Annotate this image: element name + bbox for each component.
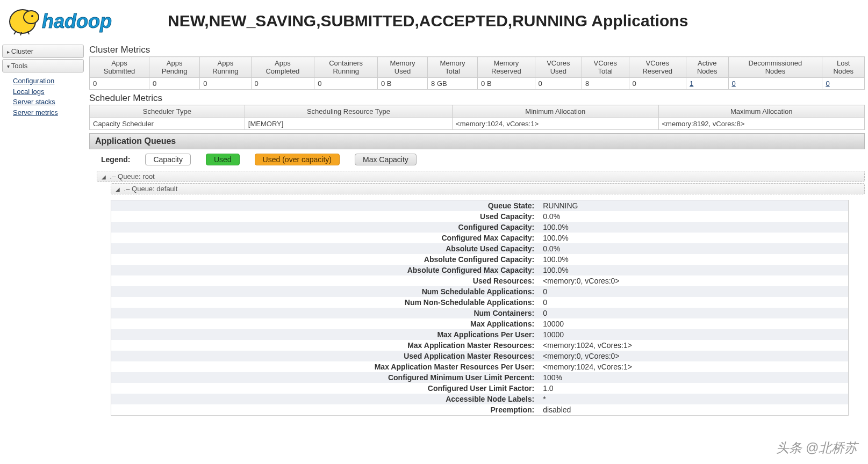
detail-key: Used Application Master Resources: [111, 351, 539, 361]
expand-icon[interactable]: ◢ [116, 186, 121, 192]
legend-capacity: Capacity [145, 154, 190, 165]
nav-link-configuration[interactable]: Configuration [13, 76, 84, 86]
cluster-col-header: MemoryUsed [378, 57, 428, 78]
detail-row: Configured Minimum User Limit Percent:10… [111, 372, 848, 383]
queue-node-label: .– Queue: root [108, 172, 155, 180]
detail-row: Num Non-Schedulable Applications:0 [111, 297, 848, 308]
scheduler-col-header: Maximum Allocation [658, 105, 864, 118]
cluster-cell: 0 [90, 78, 149, 90]
detail-key: Absolute Configured Max Capacity: [111, 265, 539, 276]
detail-row: Configured User Limit Factor:1.0 [111, 383, 848, 394]
cluster-cell: 8 GB [428, 78, 478, 90]
detail-value: <memory:0, vCores:0> [539, 351, 848, 361]
cluster-cell: 0 [200, 78, 251, 90]
nav-link-server-metrics[interactable]: Server metrics [13, 107, 84, 118]
detail-value: 10000 [539, 318, 848, 329]
detail-row: Accessible Node Labels:* [111, 394, 848, 404]
detail-row: Configured Max Capacity:100.0% [111, 233, 848, 243]
queue-details-panel: Queue State:RUNNINGUsed Capacity:0.0%Con… [111, 200, 849, 416]
cluster-cell[interactable]: 1 [686, 78, 728, 90]
detail-key: Used Capacity: [111, 211, 539, 222]
app-queues-header: Application Queues [89, 133, 865, 149]
scheduler-metrics-title: Scheduler Metrics [89, 93, 865, 104]
detail-key: Max Applications Per User: [111, 329, 539, 340]
queue-node-label: .– Queue: default [122, 185, 177, 193]
cluster-col-header: AppsSubmitted [90, 57, 149, 78]
cluster-link[interactable]: 1 [690, 79, 693, 88]
nav-section-tools[interactable]: Tools [2, 59, 84, 73]
detail-value: 0.0% [539, 243, 848, 254]
queue-tree-node[interactable]: ◢ .– Queue: default [111, 183, 865, 194]
legend-used: Used [206, 154, 240, 165]
cluster-col-header: MemoryTotal [428, 57, 478, 78]
detail-key: Queue State: [111, 200, 539, 211]
cluster-cell[interactable]: 0 [822, 78, 865, 90]
nav-section-cluster[interactable]: Cluster [2, 45, 84, 58]
cluster-col-header: AppsCompleted [251, 57, 314, 78]
detail-row: Max Applications Per User:10000 [111, 329, 848, 340]
expand-icon[interactable]: ◢ [102, 174, 107, 180]
queue-tree-node[interactable]: ◢ .– Queue: root [97, 171, 865, 182]
detail-row: Used Capacity:0.0% [111, 211, 848, 222]
detail-row: Num Containers:0 [111, 308, 848, 318]
cluster-cell: 0 [314, 78, 378, 90]
detail-key: Absolute Used Capacity: [111, 243, 539, 254]
legend-row: Legend: Capacity Used Used (over capacit… [89, 149, 865, 170]
detail-row: Max Application Master Resources:<memory… [111, 340, 848, 351]
nav-link-server-stacks[interactable]: Server stacks [13, 97, 84, 107]
cluster-col-header: ContainersRunning [314, 57, 378, 78]
cluster-col-header: VCoresTotal [582, 57, 629, 78]
detail-value: <memory:1024, vCores:1> [539, 361, 848, 372]
cluster-col-header: AppsRunning [200, 57, 251, 78]
detail-value: 100.0% [539, 254, 848, 265]
detail-value: RUNNING [539, 200, 848, 211]
cluster-cell[interactable]: 0 [728, 78, 822, 90]
scheduler-cell: <memory:8192, vCores:8> [658, 118, 864, 130]
cluster-col-header: DecommissionedNodes [728, 57, 822, 78]
detail-value: 100.0% [539, 233, 848, 243]
hadoop-logo: hadoop [6, 4, 152, 37]
cluster-col-header: LostNodes [822, 57, 865, 78]
cluster-link[interactable]: 0 [732, 79, 736, 88]
detail-row: Used Resources:<memory:0, vCores:0> [111, 276, 848, 286]
detail-key: Num Schedulable Applications: [111, 286, 539, 297]
detail-value: 100% [539, 372, 848, 383]
cluster-cell: 0 B [478, 78, 535, 90]
cluster-cell: 0 [535, 78, 582, 90]
detail-value: 10000 [539, 329, 848, 340]
page-title: NEW,NEW_SAVING,SUBMITTED,ACCEPTED,RUNNIN… [168, 12, 688, 30]
cluster-cell: 0 [629, 78, 686, 90]
cluster-cell: 0 B [378, 78, 428, 90]
detail-value: <memory:1024, vCores:1> [539, 340, 848, 351]
detail-row: Absolute Used Capacity:0.0% [111, 243, 848, 254]
legend-title: Legend: [101, 155, 130, 164]
scheduler-cell: <memory:1024, vCores:1> [453, 118, 658, 130]
cluster-metrics-title: Cluster Metrics [89, 45, 865, 55]
legend-max-capacity: Max Capacity [355, 154, 417, 165]
detail-key: Num Non-Schedulable Applications: [111, 297, 539, 308]
cluster-col-header: VCoresUsed [535, 57, 582, 78]
detail-row: Absolute Configured Max Capacity:100.0% [111, 265, 848, 276]
cluster-cell: 8 [582, 78, 629, 90]
queue-tree: ◢ .– Queue: root◢ .– Queue: default [97, 171, 865, 194]
cluster-link[interactable]: 0 [826, 79, 829, 88]
nav-link-local-logs[interactable]: Local logs [13, 86, 84, 97]
detail-row: Num Schedulable Applications:0 [111, 286, 848, 297]
detail-key: Used Resources: [111, 276, 539, 286]
scheduler-metrics-table: Scheduler TypeScheduling Resource TypeMi… [89, 105, 865, 130]
cluster-col-header: VCoresReserved [629, 57, 686, 78]
detail-key: Configured User Limit Factor: [111, 383, 539, 394]
scheduler-col-header: Scheduler Type [90, 105, 245, 118]
detail-key: Configured Capacity: [111, 222, 539, 233]
detail-key: Accessible Node Labels: [111, 394, 539, 404]
svg-point-1 [24, 11, 39, 24]
detail-value: 0.0% [539, 211, 848, 222]
scheduler-col-header: Scheduling Resource Type [245, 105, 452, 118]
detail-row: Absolute Configured Capacity:100.0% [111, 254, 848, 265]
detail-row: Preemption:disabled [111, 404, 848, 415]
detail-row: Max Applications:10000 [111, 318, 848, 329]
detail-value: 100.0% [539, 222, 848, 233]
scheduler-cell: [MEMORY] [245, 118, 452, 130]
legend-over-capacity: Used (over capacity) [255, 154, 340, 165]
detail-key: Max Applications: [111, 318, 539, 329]
